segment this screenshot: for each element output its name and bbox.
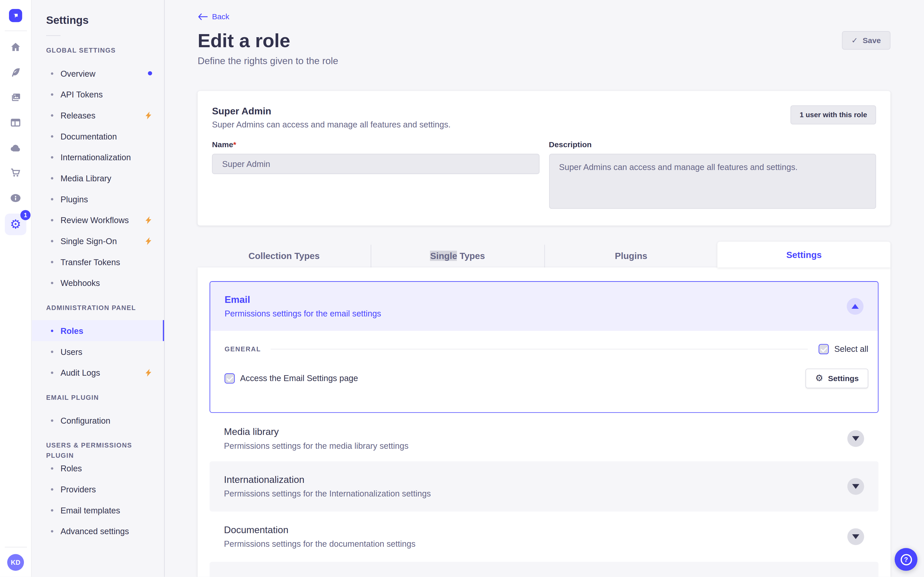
content-manager-icon[interactable] xyxy=(6,113,25,132)
notification-badge: 1 xyxy=(20,210,31,220)
section-global-settings: GLOBAL SETTINGS Overview API Tokens Rele… xyxy=(32,45,164,293)
page-subtitle: Define the rights given to the role xyxy=(198,55,338,67)
sidebar-item-plugins[interactable]: Plugins xyxy=(32,189,164,210)
bullet-icon xyxy=(51,350,53,353)
page-title: Edit a role xyxy=(198,29,338,52)
lightning-icon xyxy=(145,111,152,119)
bullet-icon xyxy=(51,419,53,421)
section-email-plugin: EMAIL PLUGIN Configuration xyxy=(32,393,164,431)
documentation-row[interactable]: Documentation Permissions settings for t… xyxy=(210,511,879,562)
strapi-admin: 1 KD Settings GLOBAL SETTINGS Overview A… xyxy=(0,0,924,577)
sidebar-item-media-library[interactable]: Media Library xyxy=(32,168,164,189)
arrow-left-icon xyxy=(198,13,208,20)
strapi-logo[interactable] xyxy=(9,9,22,22)
description-textarea[interactable]: Super Admins can access and manage all f… xyxy=(549,153,876,208)
sidebar-item-documentation[interactable]: Documentation xyxy=(32,126,164,147)
sidebar-item-advanced-settings[interactable]: Advanced settings xyxy=(32,521,164,542)
section-administration-panel: ADMINISTRATION PANEL Roles Users Audit L… xyxy=(32,303,164,383)
section-users-permissions-plugin: USERS & PERMISSIONS PLUGIN Roles Provide… xyxy=(32,440,164,542)
tab-plugins[interactable]: Plugins xyxy=(544,244,718,267)
sidebar-item-transfer-tokens[interactable]: Transfer Tokens xyxy=(32,251,164,272)
bullet-icon xyxy=(51,114,53,116)
bullet-icon xyxy=(51,72,53,74)
lightning-icon xyxy=(145,368,152,377)
information-icon[interactable] xyxy=(6,189,25,208)
gear-glyph xyxy=(10,218,21,230)
plugins-marketplace-row[interactable]: Plugins and marketplace xyxy=(210,562,879,577)
bullet-icon xyxy=(51,93,53,95)
sidebar-item-releases[interactable]: Releases xyxy=(32,105,164,126)
email-accordion-header[interactable]: Email Permissions settings for the email… xyxy=(210,282,878,330)
back-link[interactable]: Back xyxy=(198,12,229,21)
sidebar-item-api-tokens[interactable]: API Tokens xyxy=(32,84,164,105)
marketplace-cart-icon[interactable] xyxy=(6,163,25,182)
bullet-icon xyxy=(51,261,53,263)
nav-rail: 1 KD xyxy=(0,0,32,577)
gear-icon xyxy=(815,374,823,383)
collapse-button[interactable] xyxy=(847,298,863,314)
tab-single-types[interactable]: Single Types xyxy=(371,244,544,267)
notification-dot-icon xyxy=(148,71,152,76)
sidebar-item-audit-logs[interactable]: Audit Logs xyxy=(32,362,164,383)
sidebar-item-users[interactable]: Users xyxy=(32,341,164,362)
expand-button[interactable] xyxy=(847,528,864,545)
sidebar-item-webhooks[interactable]: Webhooks xyxy=(32,272,164,293)
bullet-icon xyxy=(51,509,53,511)
chevron-down-icon xyxy=(852,484,859,488)
sidebar-item-up-roles[interactable]: Roles xyxy=(32,458,164,479)
page-heading: Edit a role Define the rights given to t… xyxy=(198,29,338,67)
settings-permissions-panel: Email Permissions settings for the email… xyxy=(198,267,890,577)
chevron-down-icon xyxy=(852,534,859,539)
name-field-group: Name* xyxy=(212,139,539,211)
sidebar-item-overview[interactable]: Overview xyxy=(32,63,164,84)
content-type-builder-icon[interactable] xyxy=(6,63,25,82)
row-title: Media library xyxy=(224,426,409,438)
sidebar-item-roles[interactable]: Roles xyxy=(32,320,164,341)
chevron-up-icon xyxy=(851,304,859,308)
internationalization-row[interactable]: Internationalization Permissions setting… xyxy=(210,461,879,511)
media-library-row[interactable]: Media library Permissions settings for t… xyxy=(210,416,879,461)
bullet-icon xyxy=(51,488,53,490)
sidebar-item-single-sign-on[interactable]: Single Sign-On xyxy=(32,230,164,251)
email-settings-checkbox[interactable] xyxy=(225,373,235,384)
sidebar-item-configuration[interactable]: Configuration xyxy=(32,410,164,431)
section-heading: EMAIL PLUGIN xyxy=(32,393,164,403)
bullet-icon xyxy=(51,329,53,332)
chevron-down-icon xyxy=(852,436,859,441)
role-details-card: Super Admin Super Admins can access and … xyxy=(198,90,890,225)
media-library-icon[interactable] xyxy=(6,88,25,107)
accordion-subtitle: Permissions settings for the email setti… xyxy=(225,308,381,319)
email-accordion-body: GENERAL Select all Access the Email Sett… xyxy=(210,330,878,412)
name-input[interactable] xyxy=(212,153,539,174)
sidebar-item-review-workflows[interactable]: Review Workflows xyxy=(32,210,164,230)
cloud-icon[interactable] xyxy=(6,138,25,158)
settings-button[interactable]: Settings xyxy=(806,368,868,388)
tab-collection-types[interactable]: Collection Types xyxy=(198,244,371,267)
role-title: Super Admin xyxy=(212,105,451,117)
select-all-checkbox[interactable] xyxy=(819,343,829,354)
email-settings-permission-control[interactable]: Access the Email Settings page xyxy=(225,373,358,384)
home-icon[interactable] xyxy=(6,38,25,57)
lightning-icon xyxy=(145,216,152,224)
role-subtitle: Super Admins can access and manage all f… xyxy=(212,119,451,129)
section-divider xyxy=(271,348,808,349)
sidebar-item-email-templates[interactable]: Email templates xyxy=(32,500,164,521)
user-avatar[interactable]: KD xyxy=(7,554,24,571)
settings-gear-icon[interactable]: 1 xyxy=(5,214,26,235)
question-mark-icon xyxy=(900,554,912,565)
expand-button[interactable] xyxy=(847,430,864,446)
permission-rows: Media library Permissions settings for t… xyxy=(210,416,879,577)
sidebar-item-internationalization[interactable]: Internationalization xyxy=(32,147,164,168)
select-all-control[interactable]: Select all xyxy=(819,343,868,354)
description-label: Description xyxy=(549,139,876,150)
users-with-role-button[interactable]: 1 user with this role xyxy=(790,105,876,124)
section-heading: GLOBAL SETTINGS xyxy=(32,45,164,56)
section-heading: ADMINISTRATION PANEL xyxy=(32,303,164,313)
help-button[interactable] xyxy=(895,548,918,571)
expand-button[interactable] xyxy=(847,478,864,495)
bullet-icon xyxy=(51,371,53,374)
sidebar-item-providers[interactable]: Providers xyxy=(32,479,164,500)
bullet-icon xyxy=(51,198,53,200)
tab-settings[interactable]: Settings xyxy=(718,241,891,267)
save-button[interactable]: Save xyxy=(842,31,891,49)
